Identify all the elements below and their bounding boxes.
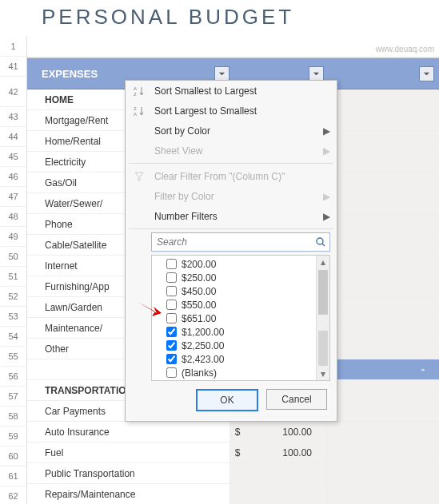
filter-checkbox[interactable] <box>166 354 177 364</box>
filter-button-col-a[interactable] <box>214 66 229 81</box>
filter-value-item[interactable]: $651.00 <box>155 312 326 325</box>
cell-col-b[interactable] <box>327 339 439 359</box>
filter-search[interactable] <box>151 232 330 252</box>
row-number: 45 <box>0 147 27 167</box>
filter-value-label: $250.00 <box>182 272 216 284</box>
row-number: 42 <box>0 77 27 107</box>
filter-value-label: $2,423.00 <box>182 354 224 365</box>
filter-checkbox[interactable] <box>166 327 177 337</box>
row-number: 50 <box>0 247 27 267</box>
submenu-arrow-icon: ▶ <box>323 145 330 157</box>
scrollbar[interactable]: ▴ ▾ <box>316 256 329 380</box>
filter-button-col-c[interactable] <box>419 66 434 81</box>
filter-checkbox[interactable] <box>166 367 177 378</box>
row-label: Auto Insurance <box>27 427 229 438</box>
search-icon <box>312 236 329 248</box>
submenu-arrow-icon: ▶ <box>323 125 330 137</box>
cell-col-b[interactable] <box>327 380 439 400</box>
filter-value-item[interactable]: $450.00 <box>155 284 326 298</box>
cell-col-b[interactable] <box>327 235 439 255</box>
filter-value-item[interactable]: $2,250.00 <box>155 339 326 352</box>
cell-col-b[interactable] <box>327 193 439 213</box>
cell-col-b[interactable] <box>327 401 439 421</box>
cell-col-a[interactable]: $100.00 <box>229 442 327 462</box>
menu-label: Filter by Color <box>154 191 317 202</box>
filter-dropdown: AZ Sort Smallest to Largest ZA Sort Larg… <box>125 80 337 422</box>
row-number: 57 <box>0 387 27 407</box>
filter-checkbox[interactable] <box>166 313 177 323</box>
cell-col-b[interactable] <box>327 318 439 338</box>
svg-text:A: A <box>134 112 137 117</box>
cell-col-b[interactable]: $- <box>327 359 439 379</box>
spacer-row <box>27 37 439 58</box>
sort-descending[interactable]: ZA Sort Largest to Smallest <box>126 101 337 121</box>
submenu-arrow-icon: ▶ <box>323 191 330 202</box>
filter-checkbox[interactable] <box>166 286 177 296</box>
filter-value-label: $651.00 <box>182 313 216 324</box>
table-row: Auto Insurance$100.00 <box>27 422 439 442</box>
row-number: 44 <box>0 127 27 147</box>
submenu-arrow-icon: ▶ <box>323 211 330 222</box>
clear-filter-icon <box>130 171 148 182</box>
row-number: 55 <box>0 347 27 367</box>
filter-checkbox[interactable] <box>166 340 177 351</box>
cancel-button[interactable]: Cancel <box>266 389 327 410</box>
cell-col-b[interactable] <box>327 110 439 130</box>
scroll-up-icon[interactable]: ▴ <box>317 256 329 268</box>
filter-value-label: $2,250.00 <box>182 340 224 351</box>
svg-text:Z: Z <box>134 92 137 97</box>
ok-button[interactable]: OK <box>196 389 258 411</box>
filter-value-item[interactable]: $2,423.00 <box>155 352 326 366</box>
cell-col-b[interactable] <box>327 276 439 296</box>
filter-value-item[interactable]: (Blanks) <box>155 366 326 379</box>
svg-text:Z: Z <box>134 106 137 111</box>
cell-col-b[interactable] <box>327 442 439 462</box>
table-row: Public Transportation <box>27 463 439 484</box>
cell-value: - <box>341 364 439 375</box>
menu-label: Clear Filter From "(Column C)" <box>154 171 330 182</box>
filter-checkbox[interactable] <box>166 272 177 283</box>
cell-value: 100.00 <box>245 427 326 438</box>
filter-checkbox[interactable] <box>166 300 177 310</box>
scroll-down-icon[interactable]: ▾ <box>317 367 329 380</box>
filter-values-list[interactable]: $200.00$250.00$450.00$550.00$651.00$1,20… <box>151 255 330 381</box>
row-number: 51 <box>0 267 27 287</box>
filter-value-item[interactable]: $200.00 <box>155 257 326 271</box>
cell-col-b[interactable] <box>327 422 439 442</box>
table-row: Fuel$100.00 <box>27 442 439 463</box>
cell-col-b[interactable] <box>327 152 439 172</box>
cell-col-b[interactable] <box>327 89 439 109</box>
filter-value-item[interactable]: $250.00 <box>155 271 326 284</box>
menu-label: Sort by Color <box>154 125 317 137</box>
cell-col-b[interactable] <box>327 173 439 192</box>
cell-col-a[interactable] <box>229 463 327 483</box>
cell-col-b[interactable] <box>327 256 439 276</box>
row-number: 41 <box>0 57 27 77</box>
number-filters[interactable]: Number Filters ▶ <box>126 206 337 226</box>
cell-col-b[interactable] <box>327 131 439 151</box>
row-number: 61 <box>0 466 27 486</box>
filter-button-col-b[interactable] <box>309 66 324 81</box>
cell-col-b[interactable] <box>327 297 439 317</box>
cell-col-b[interactable] <box>327 463 439 483</box>
row-number: 56 <box>0 367 27 387</box>
scroll-thumb-lower[interactable] <box>318 331 328 366</box>
cell-col-b[interactable] <box>327 484 439 504</box>
scroll-thumb[interactable] <box>318 270 328 315</box>
cell-col-a[interactable]: $100.00 <box>229 422 327 442</box>
page-title: PERSONAL BUDGET <box>42 5 294 30</box>
cell-col-a[interactable] <box>229 484 327 504</box>
filter-value-item[interactable]: $550.00 <box>155 298 326 312</box>
row-number: 52 <box>0 287 27 307</box>
filter-value-item[interactable]: $1,200.00 <box>155 325 326 339</box>
row-label: Fuel <box>27 447 229 458</box>
filter-search-input[interactable] <box>152 236 312 248</box>
filter-checkbox[interactable] <box>166 259 177 269</box>
sort-ascending[interactable]: AZ Sort Smallest to Largest <box>126 81 337 101</box>
cell-col-b[interactable] <box>327 214 439 234</box>
row-number: 54 <box>0 327 27 347</box>
row-number-gutter: 1414243444546474849505152535455565758596… <box>0 37 27 504</box>
menu-label: Number Filters <box>154 211 317 222</box>
sort-by-color[interactable]: Sort by Color ▶ <box>126 121 337 141</box>
table-row: Repairs/Maintenance <box>27 484 439 504</box>
